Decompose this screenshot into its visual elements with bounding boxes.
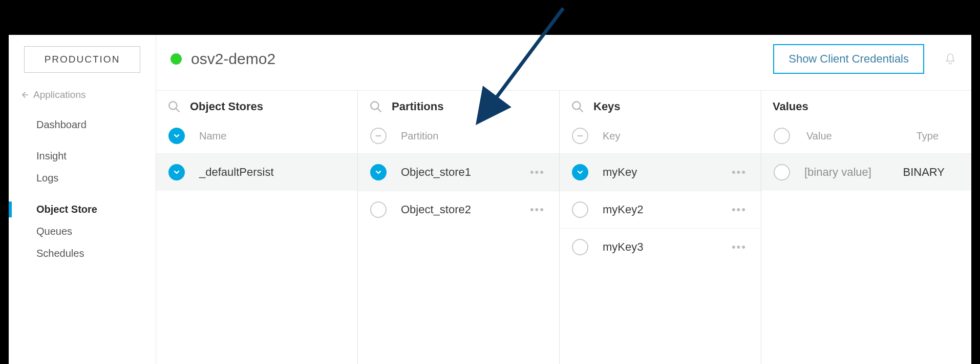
app-title: osv2-demo2: [191, 50, 773, 68]
svg-line-3: [377, 108, 381, 112]
column-header-partitions: Partitions: [358, 91, 559, 122]
column-sub-label: Key: [603, 130, 620, 142]
key-row[interactable]: myKey •••: [560, 153, 761, 191]
column-sub-label: Name: [199, 130, 226, 142]
row-label: _defaultPersist: [199, 166, 274, 179]
partition-row[interactable]: Object_store1 •••: [358, 153, 559, 191]
nav-insight[interactable]: Insight: [9, 145, 156, 167]
nav-queues[interactable]: Queues: [9, 220, 156, 242]
column-subheader-values: Value Type: [761, 122, 971, 153]
row-label: myKey: [603, 166, 637, 179]
back-link-label: Applications: [33, 89, 86, 100]
back-to-applications-link[interactable]: Applications: [9, 87, 156, 114]
row-select-toggle[interactable]: [572, 164, 588, 180]
show-client-credentials-button[interactable]: Show Client Credentials: [773, 44, 924, 74]
nav-logs[interactable]: Logs: [9, 167, 156, 189]
column-partitions: Partitions Partition Object_store1 •••: [358, 91, 560, 364]
row-label: myKey3: [603, 240, 643, 254]
row-select-toggle[interactable]: [572, 201, 588, 218]
column-sub-type-label: Type: [917, 130, 939, 142]
environment-selector[interactable]: PRODUCTION: [24, 46, 140, 73]
nav-schedules[interactable]: Schedules: [9, 242, 156, 265]
main-panel: osv2-demo2 Show Client Credentials Objec…: [156, 35, 971, 364]
column-object-stores: Object Stores Name _defaultPersist: [156, 91, 358, 364]
row-select-toggle[interactable]: [370, 164, 387, 180]
column-title: Object Stores: [190, 100, 263, 113]
column-values: Values Value Type [binary value] BINARY: [761, 91, 971, 364]
column-subheader-partitions: Partition: [358, 122, 559, 153]
select-all-toggle[interactable]: [370, 128, 387, 144]
key-row[interactable]: myKey2 •••: [560, 191, 761, 228]
svg-line-1: [176, 108, 179, 112]
column-keys: Keys Key myKey ••• myKey2: [560, 91, 761, 364]
row-label: Object_store1: [401, 166, 471, 179]
row-select-toggle[interactable]: [572, 239, 588, 255]
row-label: myKey2: [603, 203, 643, 216]
nav-object-store[interactable]: Object Store: [9, 198, 156, 220]
column-subheader-object-stores: Name: [156, 122, 357, 153]
value-row[interactable]: [binary value] BINARY: [761, 153, 971, 191]
column-header-object-stores: Object Stores: [156, 91, 357, 122]
column-title: Keys: [593, 100, 621, 113]
row-select-toggle[interactable]: [168, 164, 185, 180]
column-header-values: Values: [761, 91, 971, 122]
column-title: Values: [773, 100, 808, 113]
select-all-toggle[interactable]: [572, 128, 588, 144]
status-indicator-icon: [171, 53, 182, 65]
search-icon[interactable]: [369, 100, 382, 113]
nav-spacer: [9, 189, 156, 198]
column-header-keys: Keys: [560, 91, 761, 122]
object-store-row[interactable]: _defaultPersist: [156, 153, 357, 191]
nav-dashboard[interactable]: Dashboard: [9, 114, 156, 136]
value-type: BINARY: [903, 166, 945, 179]
more-icon[interactable]: •••: [528, 203, 547, 216]
nav-spacer: [9, 136, 156, 145]
value-text: [binary value]: [804, 166, 871, 179]
row-select-toggle[interactable]: [370, 201, 387, 218]
columns-area: Object Stores Name _defaultPersist: [156, 90, 971, 364]
svg-line-6: [579, 108, 583, 112]
row-select-toggle[interactable]: [774, 164, 790, 180]
page-header: osv2-demo2 Show Client Credentials: [156, 35, 971, 90]
column-title: Partitions: [392, 100, 443, 113]
row-label: Object_store2: [401, 203, 471, 216]
bell-icon[interactable]: [944, 52, 957, 66]
select-all-toggle[interactable]: [774, 128, 790, 144]
more-icon[interactable]: •••: [528, 166, 547, 179]
select-all-toggle[interactable]: [168, 128, 185, 144]
column-sub-label: Partition: [401, 130, 438, 142]
partition-row[interactable]: Object_store2 •••: [358, 191, 559, 228]
more-icon[interactable]: •••: [730, 240, 749, 254]
more-icon[interactable]: •••: [730, 203, 749, 216]
search-icon[interactable]: [167, 100, 181, 113]
search-icon[interactable]: [571, 100, 584, 113]
more-icon[interactable]: •••: [730, 166, 749, 179]
sidebar: PRODUCTION Applications Dashboard Insigh…: [9, 35, 156, 364]
key-row[interactable]: myKey3 •••: [560, 228, 761, 266]
column-sub-value-label: Value: [806, 130, 832, 142]
app-frame: PRODUCTION Applications Dashboard Insigh…: [9, 35, 971, 364]
column-subheader-keys: Key: [560, 122, 761, 153]
arrow-left-icon: [20, 91, 28, 99]
